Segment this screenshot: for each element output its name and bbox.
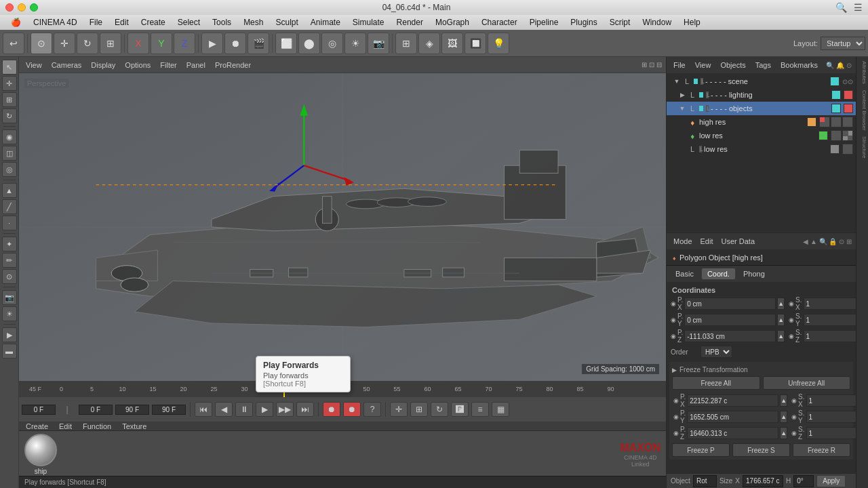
apply-button[interactable]: Apply [816, 475, 846, 487]
material-item[interactable]: ship [24, 434, 57, 475]
tab-basic[interactable]: Basic [669, 268, 700, 280]
tool-sculpt[interactable]: ✦ [2, 237, 17, 251]
frame-start-field[interactable] [22, 405, 56, 415]
fsy-radio[interactable]: ◉ [791, 413, 797, 420]
menu-character[interactable]: Character [476, 15, 523, 30]
menu-render[interactable]: Render [391, 15, 429, 30]
obj-bookmarks[interactable]: Bookmarks [778, 61, 821, 69]
sx-value[interactable] [804, 298, 856, 310]
frame-fps-field[interactable] [152, 405, 186, 415]
frame-current-field[interactable] [79, 405, 113, 415]
sy-value[interactable] [804, 314, 856, 326]
tc-loop[interactable]: ↻ [431, 402, 448, 417]
edge-tab-content[interactable]: Content Browser [857, 87, 868, 134]
tree-row-highres[interactable]: ⬧ high res [667, 115, 856, 129]
tc-prev-frame[interactable]: ◀ [215, 402, 233, 417]
sz-value[interactable] [804, 330, 856, 342]
vp-filter[interactable]: Filter [157, 61, 179, 69]
props-userdata[interactable]: User Data [719, 237, 758, 245]
menu-simulate[interactable]: Simulate [347, 15, 390, 30]
layout-select[interactable]: Startup [821, 37, 865, 50]
fsy-value[interactable] [806, 411, 856, 423]
order-select[interactable]: HPB [701, 346, 732, 358]
menu-cinema4d[interactable]: CINEMA 4D [28, 15, 83, 30]
fsz-radio[interactable]: ◉ [791, 430, 797, 436]
tool-model[interactable]: ◉ [2, 129, 17, 144]
scene-vis[interactable]: ⊙⊙ [842, 76, 853, 87]
tc-record-on[interactable]: ⏺ [323, 402, 340, 417]
tc-move[interactable]: ✛ [390, 402, 408, 417]
obj-view[interactable]: View [692, 61, 714, 69]
tool-point[interactable]: · [2, 216, 17, 230]
fpx-radio[interactable]: ◉ [673, 397, 679, 404]
px-radio[interactable]: ◉ [671, 300, 676, 307]
fpx-up[interactable]: ▲ [780, 394, 787, 407]
menu-plugins[interactable]: Plugins [565, 15, 602, 30]
freeze-s-btn[interactable]: Freeze S [732, 443, 790, 457]
props-mode[interactable]: Mode [671, 237, 695, 245]
viewport-maximize[interactable]: ⊞ ⊡ ⊟ [642, 61, 662, 68]
fpz-radio[interactable]: ◉ [673, 430, 679, 436]
tc-last-frame[interactable]: ⏭ [296, 402, 314, 417]
tc-next-frame[interactable]: ▶▶ [276, 402, 294, 417]
menu-script[interactable]: Script [604, 15, 636, 30]
tool-edge[interactable]: ╱ [2, 199, 17, 214]
toolbar-texture[interactable]: 🖼 [441, 33, 463, 54]
object-input[interactable] [693, 475, 717, 487]
py-radio[interactable]: ◉ [671, 317, 676, 323]
px-up[interactable]: ▲ [777, 298, 785, 310]
sz-radio[interactable]: ◉ [789, 333, 794, 340]
timeline-ruler[interactable]: 45 F 0 5 10 15 20 25 30 35 40 45 50 55 6… [19, 381, 666, 397]
toolbar-material[interactable]: ◎ [321, 33, 343, 54]
fpy-value[interactable] [687, 411, 778, 423]
tree-row-lowres2[interactable]: L L low res [667, 142, 856, 156]
tc-play-forward[interactable]: ▶ [256, 402, 273, 417]
tab-phong[interactable]: Phong [737, 268, 771, 280]
mat-edit[interactable]: Edit [56, 422, 75, 430]
vp-display[interactable]: Display [88, 61, 118, 69]
toolbar-x-axis[interactable]: X [127, 33, 149, 54]
menu-apple[interactable]: 🍎 [5, 15, 26, 30]
toolbar-y-axis[interactable]: Y [151, 33, 172, 54]
freeze-r-btn[interactable]: Freeze R [793, 443, 850, 457]
material-swatch[interactable] [24, 434, 57, 466]
tc-tracks[interactable]: ≡ [471, 402, 489, 417]
tree-row-lowres1[interactable]: ⬧ low res [667, 129, 856, 142]
tool-polygon[interactable]: ▲ [2, 183, 17, 198]
menu-mograph[interactable]: MoGraph [430, 15, 475, 30]
tool-light[interactable]: ☀ [2, 306, 17, 321]
toolbar-scale[interactable]: ⊞ [100, 33, 121, 54]
h-input[interactable] [793, 475, 814, 487]
freeze-all-btn[interactable]: Freeze All [672, 376, 760, 390]
obj-tags[interactable]: Tags [753, 61, 774, 69]
py-value[interactable] [684, 314, 776, 326]
toolbar-sphere[interactable]: ⬤ [298, 33, 320, 54]
menu-mesh[interactable]: Mesh [238, 15, 269, 30]
toolbar-z-axis[interactable]: Z [174, 33, 195, 54]
toolbar-record[interactable]: ⏺ [224, 33, 246, 54]
fsx-radio[interactable]: ◉ [791, 397, 797, 404]
tool-object[interactable]: ◫ [2, 146, 17, 161]
menu-select[interactable]: Select [172, 15, 205, 30]
edge-tab-structure[interactable]: Structure [857, 134, 868, 161]
tree-arrow-objects[interactable]: ▼ [679, 105, 686, 112]
tc-record[interactable]: ⏸ [235, 402, 253, 417]
toolbar-snap[interactable]: 🔲 [465, 33, 486, 54]
toolbar-rotate[interactable]: ↻ [77, 33, 98, 54]
obj-objects[interactable]: Objects [717, 61, 748, 69]
menu-window[interactable]: Window [637, 15, 677, 30]
mat-function[interactable]: Function [80, 422, 114, 430]
fpy-radio[interactable]: ◉ [673, 413, 679, 420]
vp-cameras[interactable]: Cameras [49, 61, 85, 69]
tree-arrow-lighting[interactable]: ▶ [679, 92, 686, 98]
tool-render[interactable]: ▶ [2, 327, 17, 342]
tab-coord[interactable]: Coord. [701, 268, 736, 280]
tc-timeline-end[interactable]: ▦ [492, 402, 509, 417]
obj-file[interactable]: File [671, 61, 688, 69]
fpz-up[interactable]: ▲ [780, 427, 787, 439]
menu-tools[interactable]: Tools [207, 15, 237, 30]
pz-radio[interactable]: ◉ [671, 333, 676, 340]
toolbar-render[interactable]: 🎬 [248, 33, 269, 54]
tc-question[interactable]: ? [363, 402, 381, 417]
menu-pipeline[interactable]: Pipeline [524, 15, 564, 30]
